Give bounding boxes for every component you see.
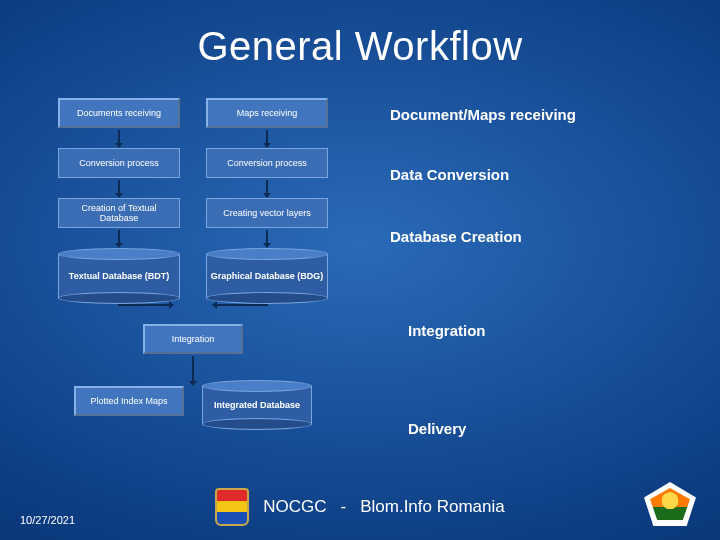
db-integrated: Integrated Database — [202, 386, 312, 424]
arrow-icon — [216, 304, 268, 306]
arrow-icon — [118, 230, 120, 244]
badge-icon — [644, 482, 696, 526]
arrow-icon — [266, 230, 268, 244]
crest-icon — [215, 488, 249, 526]
arrow-icon — [266, 180, 268, 194]
arrow-icon — [118, 304, 170, 306]
node-vector-layers: Creating vector layers — [206, 198, 328, 228]
arrow-icon — [192, 356, 194, 382]
label-db-creation: Database Creation — [390, 228, 522, 245]
footer-separator: - — [341, 497, 347, 517]
arrow-icon — [266, 130, 268, 144]
label-integration: Integration — [408, 322, 486, 339]
node-integration: Integration — [143, 324, 243, 354]
db-graphical: Graphical Database (BDG) — [206, 254, 328, 298]
page-title: General Workflow — [0, 24, 720, 69]
node-documents-receiving: Documents receiving — [58, 98, 180, 128]
footer: 10/27/2021 NOCGC - Blom.Info Romania — [0, 488, 720, 526]
label-delivery: Delivery — [408, 420, 466, 437]
node-plotted-maps: Plotted Index Maps — [74, 386, 184, 416]
db-textual: Textual Database (BDT) — [58, 254, 180, 298]
node-conversion-left: Conversion process — [58, 148, 180, 178]
arrow-icon — [118, 180, 120, 194]
footer-date: 10/27/2021 — [20, 514, 75, 526]
footer-org: NOCGC — [263, 497, 326, 517]
node-maps-receiving: Maps receiving — [206, 98, 328, 128]
arrow-icon — [118, 130, 120, 144]
label-conversion: Data Conversion — [390, 166, 509, 183]
footer-company: Blom.Info Romania — [360, 497, 505, 517]
label-receiving: Document/Maps receiving — [390, 106, 576, 123]
node-textual-db-creation: Creation of Textual Database — [58, 198, 180, 228]
workflow-diagram: Documents receiving Conversion process C… — [58, 98, 328, 430]
node-conversion-right: Conversion process — [206, 148, 328, 178]
